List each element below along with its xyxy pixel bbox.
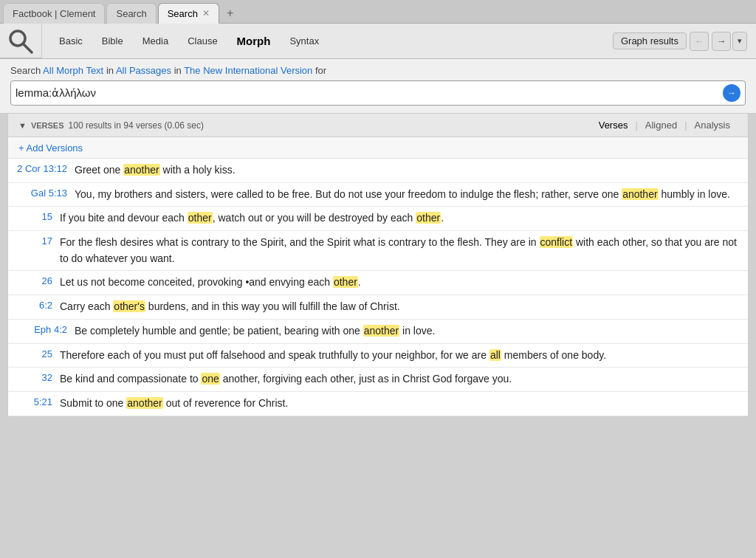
toolbar: Basic Bible Media Clause Morph Syntax Gr…: [41, 24, 756, 58]
toolbar-basic[interactable]: Basic: [51, 32, 91, 49]
results-header: ▼ VERSES 100 results in 94 verses (0.06 …: [8, 114, 748, 137]
search-input-row: →: [10, 80, 746, 106]
tab-search2[interactable]: Search ✕: [158, 3, 219, 24]
verse-ref[interactable]: Eph 4:2: [16, 323, 75, 335]
add-versions-link[interactable]: + Add Versions: [18, 142, 83, 154]
verse-text: Be kind and compassionate to one another…: [60, 371, 740, 388]
table-row: 6:2Carry each other's burdens, and in th…: [8, 295, 748, 320]
highlight-word: other: [416, 212, 441, 224]
nav-dropdown-icon: ▾: [738, 36, 742, 46]
search-app-icon: [0, 24, 41, 58]
table-row: 2 Cor 13:12Greet one another with a holy…: [8, 159, 748, 183]
highlight-word: another: [126, 397, 162, 409]
search-prefix: Search: [10, 65, 41, 76]
new-tab-icon: +: [227, 7, 233, 20]
search-in: in: [106, 65, 116, 76]
version-link[interactable]: The New International Version: [184, 65, 312, 76]
verse-text: You, my brothers and sisters, were calle…: [75, 187, 740, 203]
highlight-word: another: [363, 325, 399, 337]
verse-text: For the flesh desires what is contrary t…: [60, 235, 740, 266]
graph-results-button[interactable]: Graph results: [613, 32, 687, 49]
results-toggle[interactable]: ▼: [18, 121, 27, 130]
close-tab-icon[interactable]: ✕: [202, 8, 210, 18]
results-tab-verses[interactable]: Verses: [591, 118, 636, 132]
tab-search2-label: Search: [168, 8, 198, 19]
search-header: Search All Morph Text in All Passages in…: [0, 59, 756, 114]
toolbar-nav: Graph results ← → ▾: [613, 32, 747, 51]
nav-forward-button[interactable]: →: [712, 32, 731, 51]
results-view-tabs: Verses | Aligned | Analysis: [591, 118, 738, 132]
verse-text: Greet one another with a holy kiss.: [75, 162, 740, 179]
highlight-word: another: [123, 164, 159, 176]
verse-ref[interactable]: 2 Cor 13:12: [16, 162, 75, 174]
verse-text: If you bite and devour each other, watch…: [60, 210, 740, 227]
table-row: 15If you bite and devour each other, wat…: [8, 207, 748, 231]
table-row: Eph 4:2Be completely humble and gentle; …: [8, 320, 748, 344]
tab-search1-label: Search: [116, 8, 146, 19]
verse-ref[interactable]: 5:21: [16, 396, 60, 407]
results-container: ▼ VERSES 100 results in 94 verses (0.06 …: [7, 114, 749, 417]
nav-back-button[interactable]: ←: [690, 32, 709, 51]
search-description: Search All Morph Text in All Passages in…: [10, 65, 746, 76]
table-row: 5:21Submit to one another out of reveren…: [8, 392, 748, 416]
highlight-word: all: [489, 349, 501, 361]
verse-ref[interactable]: 32: [16, 371, 60, 383]
highlight-word: other: [188, 212, 213, 224]
verse-ref[interactable]: Gal 5:13: [16, 187, 75, 199]
results-summary: 100 results in 94 verses (0.06 sec): [69, 120, 204, 131]
tab-factbook[interactable]: Factbook | Clement: [3, 3, 105, 24]
verse-text: Submit to one another out of reverence f…: [60, 396, 740, 412]
search-submit-button[interactable]: →: [723, 84, 740, 102]
verse-text: Therefore each of you must put off false…: [60, 348, 740, 364]
svg-line-1: [24, 44, 32, 52]
search-in2: in: [174, 65, 185, 76]
results-tab-aligned[interactable]: Aligned: [638, 118, 684, 132]
verse-text: Be completely humble and gentle; be pati…: [75, 323, 740, 340]
toolbar-bible[interactable]: Bible: [94, 32, 131, 49]
morph-text-link[interactable]: All Morph Text: [43, 65, 103, 76]
table-row: Gal 5:13You, my brothers and sisters, we…: [8, 183, 748, 207]
table-row: 26Let us not become conceited, provoking…: [8, 271, 748, 295]
search-input[interactable]: [16, 87, 723, 100]
verse-text: Carry each other's burdens, and in this …: [60, 299, 740, 315]
verse-ref[interactable]: 17: [16, 235, 60, 247]
toolbar-syntax[interactable]: Syntax: [281, 32, 327, 49]
results-tab-analysis[interactable]: Analysis: [687, 118, 738, 132]
highlight-word: conflict: [540, 236, 574, 248]
toolbar-media[interactable]: Media: [134, 32, 176, 49]
new-tab-button[interactable]: +: [221, 3, 239, 24]
tab-search1[interactable]: Search: [106, 3, 156, 24]
table-row: 25Therefore each of you must put off fal…: [8, 344, 748, 368]
passages-link[interactable]: All Passages: [116, 65, 171, 76]
nav-forward-icon: →: [717, 35, 726, 46]
add-versions-row: + Add Versions: [8, 137, 748, 159]
highlight-word: one: [201, 373, 219, 385]
search-submit-icon: →: [727, 88, 736, 98]
search-magnifier-icon: [7, 28, 34, 55]
verse-ref[interactable]: 25: [16, 348, 60, 359]
highlight-word: other: [333, 276, 358, 288]
nav-dropdown-button[interactable]: ▾: [732, 32, 747, 51]
results-label: VERSES: [31, 121, 64, 130]
table-row: 17For the flesh desires what is contrary…: [8, 231, 748, 271]
toolbar-clause[interactable]: Clause: [179, 32, 225, 49]
table-row: 32Be kind and compassionate to one anoth…: [8, 368, 748, 392]
nav-back-icon: ←: [695, 35, 704, 46]
tab-factbook-label: Factbook | Clement: [13, 8, 95, 19]
highlight-word: another: [622, 188, 658, 200]
graph-results-label: Graph results: [621, 35, 678, 46]
verse-ref[interactable]: 15: [16, 210, 60, 222]
highlight-word: other's: [113, 300, 145, 312]
toolbar-morph[interactable]: Morph: [229, 32, 279, 50]
verse-ref[interactable]: 26: [16, 275, 60, 286]
search-suffix: for: [315, 65, 326, 76]
verse-text: Let us not become conceited, provoking •…: [60, 275, 740, 291]
tab-bar: Factbook | Clement Search Search ✕ +: [0, 0, 756, 24]
verse-ref[interactable]: 6:2: [16, 299, 60, 311]
verses-list: 2 Cor 13:12Greet one another with a holy…: [8, 159, 748, 416]
